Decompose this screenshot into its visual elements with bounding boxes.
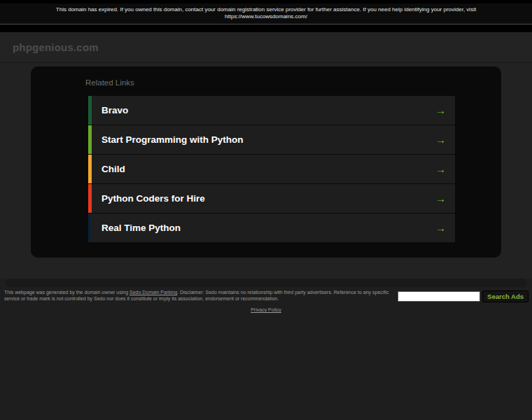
footer-content: This webpage was generated by the domain…	[0, 287, 532, 302]
related-link-row[interactable]: Bravo →	[88, 96, 455, 125]
related-link-row[interactable]: Start Programming with Python →	[88, 125, 455, 154]
related-links-title: Related Links	[85, 78, 501, 87]
arrow-right-icon: →	[435, 223, 455, 233]
search-ads-button[interactable]: Search Ads	[482, 290, 528, 302]
expired-domain-notice-text: This domain has expired. If you owned th…	[29, 6, 503, 20]
privacy-policy-link[interactable]: Privacy Policy	[251, 307, 281, 312]
footer: This webpage was generated by the domain…	[0, 279, 532, 420]
arrow-right-icon: →	[435, 105, 455, 115]
arrow-right-icon: →	[435, 164, 455, 174]
search-zone: Search Ads	[398, 289, 528, 302]
related-link-label: Child	[92, 164, 125, 174]
related-link-label: Start Programming with Python	[92, 134, 244, 145]
related-link-label: Python Coders for Hire	[92, 193, 205, 204]
header-gap	[0, 24, 532, 32]
arrow-right-icon: →	[435, 134, 455, 145]
domain-name: phpgenious.com	[0, 41, 99, 53]
related-link-row[interactable]: Python Coders for Hire →	[88, 184, 455, 213]
related-links-card: Related Links Bravo → Start Programming …	[31, 66, 501, 258]
sedo-domain-parking-link[interactable]: Sedo Domain Parking	[130, 290, 177, 295]
related-link-label: Bravo	[92, 105, 128, 115]
main-area: Related Links Bravo → Start Programming …	[0, 63, 532, 279]
related-link-row[interactable]: Real Time Python →	[88, 214, 455, 242]
expired-domain-notice: This domain has expired. If you owned th…	[0, 4, 532, 24]
privacy-row: Privacy Policy	[0, 307, 532, 312]
domain-header: phpgenious.com	[0, 32, 532, 63]
related-link-label: Real Time Python	[92, 223, 181, 233]
search-input[interactable]	[398, 291, 480, 302]
arrow-right-icon: →	[435, 193, 455, 204]
sedo-disclaimer: This webpage was generated by the domain…	[4, 289, 398, 302]
related-links-list: Bravo → Start Programming with Python → …	[88, 96, 455, 242]
disclaimer-text-prefix: This webpage was generated by the domain…	[4, 290, 130, 295]
related-link-row[interactable]: Child →	[88, 155, 455, 183]
footer-curve	[6, 279, 526, 287]
